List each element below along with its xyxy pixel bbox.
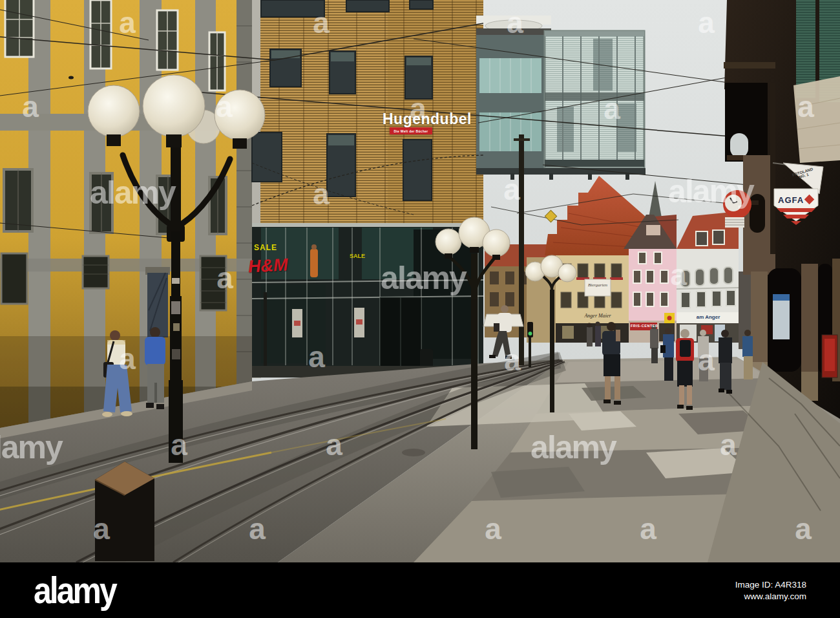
bird-on-wire xyxy=(68,76,74,80)
hugendubel-tagline-banner: Die Welt der Bücher xyxy=(390,127,432,134)
street-photo: Hugendubel Die Welt der Bücher SALE H&M … xyxy=(0,0,840,562)
hugendubel-tagline: Die Welt der Bücher xyxy=(394,129,428,133)
street-scene-graphic xyxy=(0,0,840,562)
image-id-label: Image ID: A4R318 xyxy=(735,580,806,590)
sign-pole xyxy=(264,292,267,368)
tram-wire-pole xyxy=(519,134,524,365)
mannequin xyxy=(310,249,318,277)
agfa-brand-text: AGFA xyxy=(778,195,804,205)
hm-logo: H&M xyxy=(247,255,288,277)
hm-sale-sign-left: SALE xyxy=(254,243,277,252)
trash-bin-base xyxy=(95,462,154,561)
trash-bin-small xyxy=(420,349,433,368)
hugendubel-building xyxy=(252,0,483,378)
biergarten-plaque xyxy=(585,279,611,296)
center-sign-text: FRIS-CENTER xyxy=(631,324,657,328)
alamy-website-link[interactable]: www.alamy.com xyxy=(744,591,806,601)
alamy-logo: alamy xyxy=(34,569,116,612)
hm-sale-sign-right: SALE xyxy=(350,253,365,259)
alamy-footer-bar: alamy Image ID: A4R318 www.alamy.com xyxy=(0,562,840,618)
hugendubel-sign: Hugendubel xyxy=(383,111,472,128)
anger-maier-sign: Anger Maier xyxy=(578,313,617,319)
modern-glass-cube xyxy=(476,16,646,180)
am-anger-sign-text: am Anger xyxy=(680,314,737,320)
biergarten-plaque-text: Biergarten xyxy=(585,282,611,288)
lit-shop-window xyxy=(773,294,790,339)
alamy-stock-photo-page: Hugendubel Die Welt der Bücher SALE H&M … xyxy=(0,0,840,618)
yellow-building-door xyxy=(145,267,170,337)
man-blue-shirt xyxy=(145,327,165,409)
